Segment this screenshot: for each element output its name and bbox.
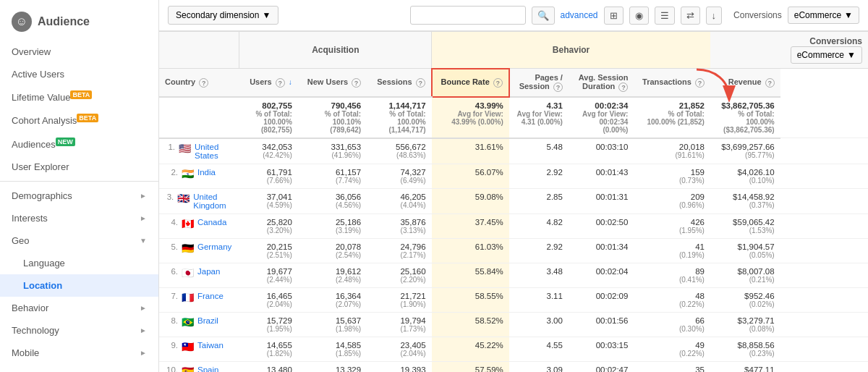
country-link[interactable]: United States [195, 143, 234, 160]
sidebar-item-location[interactable]: Location [0, 274, 158, 297]
revenue-help-icon[interactable]: ? [765, 78, 775, 88]
table-row: 10. 🇪🇸 Spain 13,480 (1.67%) 13,329 (1.69… [159, 361, 868, 372]
rank-number: 9. [165, 341, 178, 350]
revenue-cell-6: $952.46 (0.02%) [710, 287, 780, 312]
pages-session-col-header[interactable]: Pages /Session ? [509, 69, 569, 97]
pages-session-value: 4.82 [547, 218, 563, 227]
pages-session-help-icon[interactable]: ? [553, 83, 563, 92]
country-link[interactable]: United Kingdom [193, 193, 234, 210]
country-link[interactable]: Taiwan [197, 341, 224, 350]
new-users-pct: (7.74%) [304, 177, 361, 185]
transactions-col-header[interactable]: Transactions ? [634, 69, 710, 97]
country-link[interactable]: France [197, 292, 224, 300]
table-row: 1. 🇺🇸 United States 342,053 (42.42%) 331… [159, 138, 868, 164]
export-button[interactable]: ↓ [706, 7, 723, 25]
sidebar-item-lifetime-value[interactable]: Lifetime ValueBETA [0, 85, 158, 109]
table-row: 3. 🇬🇧 United Kingdom 37,041 (4.59%) 36,0… [159, 188, 868, 214]
new-users-pct: (1.85%) [304, 350, 361, 358]
advanced-link[interactable]: advanced [561, 10, 598, 20]
transactions-value: 20,018 [679, 143, 705, 151]
users-cell-2: 37,041 (4.59%) [239, 188, 298, 214]
new-users-col-header[interactable]: New Users ? [298, 69, 367, 97]
new-users-pct: (3.19%) [304, 227, 361, 234]
conversions-value: eCommerce [794, 10, 841, 20]
sidebar-item-active-users[interactable]: Active Users [0, 63, 158, 85]
sidebar-item-language[interactable]: Language [0, 252, 158, 274]
sidebar-item-overview[interactable]: Overview [0, 41, 158, 63]
users-cell-3: 25,820 (3.20%) [239, 214, 298, 238]
search-input[interactable] [410, 6, 526, 25]
country-link[interactable]: Brazil [197, 316, 218, 325]
country-link[interactable]: India [197, 168, 216, 177]
sidebar-item-technology[interactable]: Technology [0, 319, 158, 342]
revenue-value: $59,065.42 [733, 218, 775, 227]
revenue-value: $477.11 [744, 365, 775, 372]
sessions-pct: (2.04%) [373, 350, 426, 358]
sessions-value: 74,327 [400, 168, 425, 177]
chart-view-button[interactable]: ◉ [629, 7, 649, 25]
sidebar-item-geo-label: Geo [12, 235, 30, 246]
users-help-icon[interactable]: ? [276, 78, 285, 88]
conversions-table-dropdown[interactable]: eCommerce ▼ [791, 46, 862, 64]
country-link[interactable]: Japan [197, 267, 220, 276]
avg-duration-cell-5: 00:02:04 [569, 263, 634, 287]
sidebar-item-cohort-analysis-label: Cohort Analysis [12, 116, 77, 127]
pages-session-cell-6: 3.11 [509, 287, 569, 312]
country-flag-icon: 🇩🇪 [182, 242, 194, 254]
pages-session-cell-3: 4.82 [509, 214, 569, 238]
avg-duration-col-header[interactable]: Avg. SessionDuration ? [569, 69, 634, 97]
country-link[interactable]: Germany [197, 242, 231, 251]
sessions-col-label: Sessions [377, 77, 412, 86]
avg-duration-help-icon[interactable]: ? [618, 83, 628, 92]
sidebar-item-geo[interactable]: Geo [0, 229, 158, 252]
sidebar-item-audiences[interactable]: AudiencesNEW [0, 132, 158, 156]
transactions-pct: (0.22%) [639, 350, 705, 358]
country-col-header[interactable]: Country ? [159, 69, 239, 97]
sidebar-item-interests[interactable]: Interests [0, 207, 158, 229]
secondary-dimension-button[interactable]: Secondary dimension ▼ [168, 6, 278, 25]
sidebar-item-user-explorer[interactable]: User Explorer [0, 156, 158, 178]
transactions-value: 49 [695, 341, 705, 350]
sessions-help-icon[interactable]: ? [416, 78, 425, 88]
bounce-rate-cell-6: 58.55% [432, 287, 509, 312]
revenue-col-header[interactable]: Revenue ? [710, 69, 780, 97]
transactions-pct: (1.95%) [639, 227, 705, 234]
sidebar-item-behavior[interactable]: Behavior [0, 297, 158, 319]
country-link[interactable]: Spain [197, 365, 218, 372]
sessions-pct: (1.90%) [373, 300, 426, 308]
search-icon-button[interactable]: 🔍 [532, 7, 555, 25]
sidebar-item-mobile[interactable]: Mobile [0, 342, 158, 364]
bounce-rate-help-icon[interactable]: ? [493, 78, 503, 88]
transactions-help-icon[interactable]: ? [695, 78, 705, 88]
users-col-header[interactable]: Users ? ↓ [239, 69, 298, 97]
sidebar-item-demographics[interactable]: Demographics [0, 185, 158, 207]
grid-view-button[interactable]: ⊞ [604, 7, 624, 25]
rank-number: 7. [165, 292, 178, 300]
new-users-value: 15,637 [336, 316, 361, 325]
new-users-pct: (1.98%) [304, 325, 361, 333]
conversions-dropdown-button[interactable]: eCommerce ▼ [788, 7, 859, 24]
list-view-button[interactable]: ☰ [655, 7, 675, 25]
country-link[interactable]: Canada [197, 218, 226, 227]
column-header-row: Country ? Users ? ↓ New Users ? Sessions [159, 69, 868, 97]
compare-button[interactable]: ⇄ [681, 7, 700, 25]
bounce-rate-value: 56.07% [475, 168, 503, 177]
table-row: 2. 🇮🇳 India 61,791 (7.66%) 61,157 (7.74%… [159, 164, 868, 188]
transactions-pct: (0.96%) [639, 201, 705, 209]
conversions-table-arrow-icon: ▼ [847, 50, 856, 60]
avg-duration-cell-0: 00:03:10 [569, 138, 634, 164]
transactions-cell-9: 35 (0.16%) [634, 361, 710, 372]
country-help-icon[interactable]: ? [199, 78, 208, 88]
transactions-value: 48 [695, 292, 705, 300]
sessions-value: 46,205 [400, 193, 425, 201]
bounce-rate-col-header[interactable]: Bounce Rate ? [432, 69, 509, 97]
revenue-cell-2: $14,458.92 (0.37%) [710, 188, 780, 214]
sidebar-item-cohort-analysis[interactable]: Cohort AnalysisBETA [0, 109, 158, 132]
sessions-col-header[interactable]: Sessions ? [367, 69, 432, 97]
new-users-value: 19,612 [336, 267, 361, 276]
sessions-cell-4: 24,796 (2.17%) [367, 238, 432, 263]
avg-duration-value: 00:01:43 [596, 168, 629, 177]
main-content: Secondary dimension ▼ 🔍 advanced ⊞ ◉ ☰ ⇄… [159, 0, 868, 372]
new-users-help-icon[interactable]: ? [352, 78, 361, 88]
sessions-cell-8: 23,405 (2.04%) [367, 337, 432, 361]
